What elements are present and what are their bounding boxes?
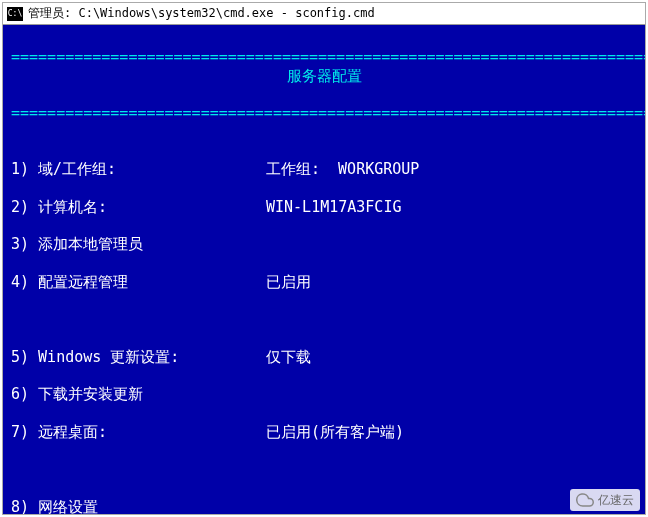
- console-area[interactable]: ========================================…: [3, 25, 645, 514]
- cmd-icon: C:\: [7, 7, 23, 21]
- menu-item-2: 2) 计算机名:WIN-L1M17A3FCIG: [11, 198, 637, 217]
- menu-item-8: 8) 网络设置: [11, 498, 637, 514]
- menu-item-3: 3) 添加本地管理员: [11, 235, 637, 254]
- window-frame: C:\ 管理员: C:\Windows\system32\cmd.exe - s…: [2, 2, 646, 515]
- window-title: 管理员: C:\Windows\system32\cmd.exe - sconf…: [28, 5, 375, 22]
- menu-item-4: 4) 配置远程管理已启用: [11, 273, 637, 292]
- watermark-text: 亿速云: [598, 492, 634, 509]
- menu-item-6: 6) 下载并安装更新: [11, 385, 637, 404]
- watermark: 亿速云: [570, 489, 640, 511]
- titlebar[interactable]: C:\ 管理员: C:\Windows\system32\cmd.exe - s…: [3, 3, 645, 25]
- menu-item-5: 5) Windows 更新设置:仅下载: [11, 348, 637, 367]
- divider-bottom: ========================================…: [11, 104, 645, 122]
- config-title: 服务器配置: [11, 67, 637, 86]
- divider-top: ========================================…: [11, 48, 645, 66]
- menu-item-7: 7) 远程桌面:已启用(所有客户端): [11, 423, 637, 442]
- menu-item-1: 1) 域/工作组:工作组: WORKGROUP: [11, 160, 637, 179]
- cloud-icon: [576, 491, 594, 509]
